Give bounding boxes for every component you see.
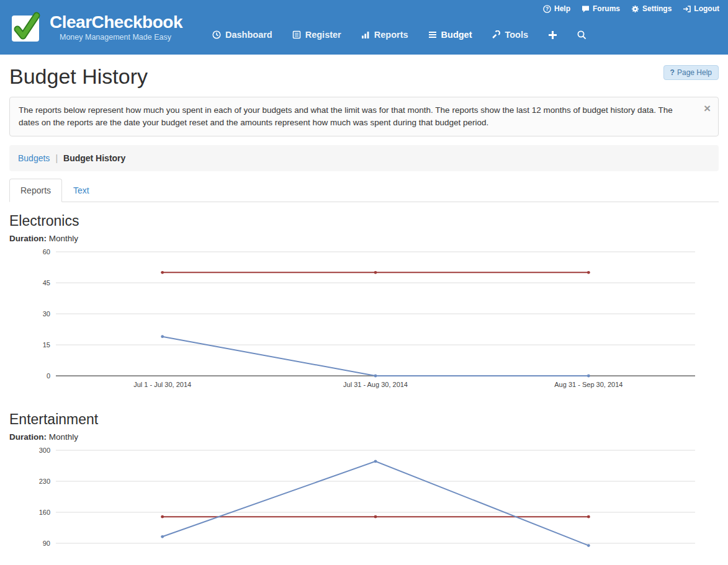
plus-icon	[548, 30, 557, 40]
brand-logo-icon	[9, 10, 43, 45]
settings-link[interactable]: Settings	[631, 4, 672, 13]
utility-nav: ? Help Forums Settings Logout	[543, 4, 719, 13]
section-electronics: Electronics Duration: Monthly 015304560J…	[9, 212, 719, 397]
logout-label: Logout	[694, 4, 719, 13]
page-help-qmark: ?	[670, 68, 675, 77]
brand-name: ClearCheckbook	[50, 13, 182, 32]
nav-dashboard[interactable]: Dashboard	[212, 30, 272, 40]
duration-entertainment: Duration: Monthly	[9, 432, 719, 443]
reports-icon	[361, 30, 370, 39]
nav-tools-label: Tools	[505, 30, 528, 40]
page-help-label: Page Help	[677, 68, 712, 77]
svg-text:230: 230	[39, 478, 50, 485]
logout-link[interactable]: Logout	[683, 4, 719, 13]
settings-label: Settings	[642, 4, 672, 13]
svg-text:160: 160	[39, 509, 50, 516]
register-icon	[292, 30, 301, 39]
breadcrumb: Budgets|Budget History	[9, 145, 719, 171]
svg-text:Aug 31 - Sep 30, 2014: Aug 31 - Sep 30, 2014	[554, 381, 622, 388]
brand-tagline: Money Management Made Easy	[50, 33, 182, 42]
nav-dashboard-label: Dashboard	[225, 30, 272, 40]
nav-register[interactable]: Register	[292, 30, 341, 40]
breadcrumb-budgets-link[interactable]: Budgets	[18, 153, 50, 163]
logout-icon	[683, 5, 691, 13]
tab-reports[interactable]: Reports	[9, 179, 62, 202]
breadcrumb-current: Budget History	[63, 153, 125, 163]
nav-reports[interactable]: Reports	[361, 30, 408, 40]
nav-search-button[interactable]	[577, 30, 586, 40]
dashboard-icon	[212, 30, 221, 39]
forums-icon	[582, 5, 590, 13]
duration-electronics: Duration: Monthly	[9, 233, 719, 244]
svg-text:300: 300	[39, 447, 50, 454]
settings-icon	[631, 5, 639, 13]
breadcrumb-separator: |	[55, 153, 58, 163]
page-title: Budget History	[9, 63, 719, 89]
app-header: ? Help Forums Settings Logout	[0, 0, 728, 55]
nav-reports-label: Reports	[374, 30, 408, 40]
close-icon[interactable]: ×	[704, 102, 711, 114]
nav-budget[interactable]: Budget	[428, 30, 472, 40]
section-entertainment: Entertainment Duration: Monthly 90160230…	[9, 411, 719, 565]
info-box: × The reports below represent how much y…	[9, 97, 719, 136]
nav-tools[interactable]: Tools	[492, 30, 528, 40]
svg-text:90: 90	[43, 540, 50, 547]
section-title-electronics: Electronics	[9, 212, 719, 229]
search-icon	[577, 30, 586, 40]
forums-label: Forums	[593, 4, 620, 13]
info-text: The reports below represent how much you…	[19, 104, 693, 129]
svg-text:15: 15	[43, 341, 50, 349]
svg-text:Jul 1 - Jul 30, 2014: Jul 1 - Jul 30, 2014	[133, 381, 191, 388]
help-icon: ?	[543, 5, 551, 13]
tabs: Reports Text	[9, 179, 719, 202]
page-help-button[interactable]: ?Page Help	[663, 65, 719, 80]
entertainment-line-chart: 90160230300Jul 1 - Jul 30, 2014Jul 31 - …	[9, 445, 719, 565]
page-content: ?Page Help Budget History × The reports …	[0, 63, 728, 565]
forums-link[interactable]: Forums	[582, 4, 620, 13]
main-nav: Dashboard Register Reports Budget	[212, 30, 586, 40]
section-title-entertainment: Entertainment	[9, 411, 719, 428]
tools-icon	[492, 30, 500, 39]
help-link[interactable]: ? Help	[543, 4, 570, 13]
electronics-line-chart: 015304560Jul 1 - Jul 30, 2014Jul 31 - Au…	[9, 247, 719, 397]
budget-icon	[428, 30, 437, 39]
svg-text:60: 60	[43, 248, 50, 256]
nav-register-label: Register	[305, 30, 341, 40]
svg-text:Jul 31 - Aug 30, 2014: Jul 31 - Aug 30, 2014	[343, 381, 408, 388]
brand[interactable]: ClearCheckbook Money Management Made Eas…	[9, 10, 182, 45]
nav-budget-label: Budget	[441, 30, 472, 40]
svg-text:?: ?	[546, 6, 549, 12]
nav-add-button[interactable]	[548, 30, 557, 40]
svg-text:30: 30	[43, 310, 50, 318]
tab-text[interactable]: Text	[62, 179, 101, 202]
svg-text:45: 45	[43, 279, 50, 287]
svg-text:0: 0	[47, 372, 50, 380]
help-label: Help	[554, 4, 570, 13]
